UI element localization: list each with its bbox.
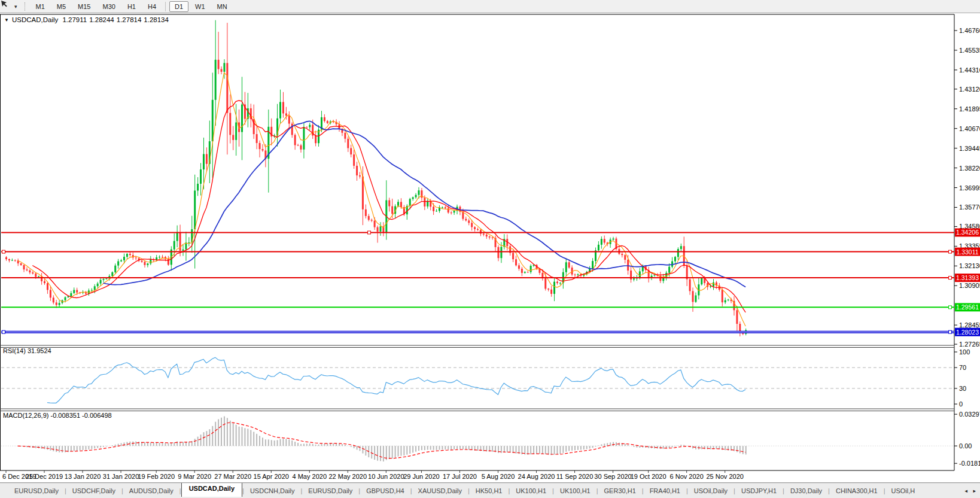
candle-body (103, 279, 105, 280)
symbol-tab-usoil-daily[interactable]: USOil,Daily (688, 485, 734, 497)
hline-1.31393[interactable] (1, 277, 954, 280)
candle-body (126, 254, 128, 257)
timeframe-m5[interactable]: M5 (51, 1, 71, 12)
symbol-tab-gbpusd-h4[interactable]: GBPUSD,H4 (360, 485, 410, 497)
price-tick-label: 1.36995 (959, 184, 980, 192)
symbol-tab-xauusd-daily[interactable]: XAUUSD,Daily (412, 485, 468, 497)
time-tick-label: 27 Mar 2020 (214, 473, 251, 480)
candle-body (568, 262, 570, 268)
hline-handle[interactable] (2, 250, 5, 253)
hline-handle[interactable] (949, 277, 952, 280)
timeframe-h4[interactable]: H4 (142, 1, 162, 12)
hline-1.34206[interactable] (1, 231, 954, 234)
symbol-tabbar: EURUSD,Daily|USDCHF,Daily|AUDUSD,Daily|U… (0, 482, 980, 498)
time-tick-label: 17 Jul 2020 (443, 473, 477, 480)
price-tick-label: 1.28455 (959, 321, 980, 329)
candle-body (518, 265, 520, 269)
symbol-tab-china300-h1[interactable]: CHINA300,H1 (830, 485, 884, 497)
candle-body (515, 259, 517, 265)
time-tick-label: 9 Mar 2020 (178, 473, 211, 480)
candle-body (454, 211, 455, 212)
tab-scroll-right-button[interactable]: ▸ (971, 487, 978, 494)
cursor-tool-icon[interactable] (2, 2, 13, 11)
symbol-tab-ger30-h1[interactable]: GER30,H1 (598, 485, 642, 497)
candle-body (176, 232, 178, 241)
time-axis: 6 Dec 201925 Dec 201913 Jan 202031 Jan 2… (2, 470, 744, 480)
candle-body (147, 263, 148, 265)
candle-body (521, 269, 523, 273)
candle-body (11, 260, 13, 261)
hline-1.33011[interactable] (1, 250, 954, 253)
ohlc-close: 1.28134 (144, 16, 169, 23)
chart-canvas: 1.467601.455351.443101.431201.418951.406… (0, 0, 980, 482)
candle-body (53, 297, 54, 302)
symbol-tab-uk100-h1[interactable]: UK100,H1 (510, 485, 552, 497)
candle-body (424, 198, 425, 206)
symbol-tab-usdcnh-daily[interactable]: USDCNH,Daily (244, 485, 301, 497)
candle-body (65, 297, 66, 300)
cursor-dropdown-caret[interactable]: ▾ (13, 4, 21, 10)
candle-body (200, 169, 202, 184)
candle-body (303, 127, 305, 150)
candle-body (279, 102, 281, 118)
hline-handle[interactable] (949, 330, 952, 333)
hline-1.29561[interactable] (1, 306, 954, 309)
rsi-tick-label: 0 (959, 400, 963, 408)
candle-body (97, 284, 99, 287)
time-tick-label: 22 May 2020 (328, 473, 367, 480)
symbol-tab-uk100-h1[interactable]: UK100,H1 (554, 485, 596, 497)
top-toolbar: ▾ M1M5M15M30H1H4D1W1MN (0, 0, 980, 13)
ohlc-low: 1.27814 (117, 16, 142, 23)
timeframe-d1[interactable]: D1 (169, 1, 188, 12)
candle-body (59, 303, 60, 305)
tabs-container: EURUSD,Daily|USDCHF,Daily|AUDUSD,Daily|U… (0, 483, 980, 498)
candle-body (168, 259, 169, 265)
timeframe-h1[interactable]: H1 (122, 1, 141, 12)
timeframe-m15[interactable]: M15 (72, 1, 96, 12)
rsi-tick-label: 70 (959, 364, 966, 371)
symbol-tab-audusd-daily[interactable]: AUDUSD,Daily (123, 485, 179, 497)
candle-body (105, 278, 107, 279)
price-tick-label: 1.35770 (959, 204, 980, 211)
symbol-tab-hk50-h1[interactable]: HK50,H1 (470, 485, 509, 497)
candle-body (388, 201, 390, 207)
timeframe-w1[interactable]: W1 (190, 1, 211, 12)
time-tick-label: 31 Jan 2020 (103, 473, 139, 480)
candle-body (117, 261, 119, 265)
candle-body (559, 283, 561, 284)
symbol-tab-usdjpy-h1[interactable]: USDJPY,H1 (735, 485, 783, 497)
candle-body (91, 290, 93, 290)
symbol-tab-eurusd-daily[interactable]: EURUSD,Daily (302, 485, 358, 497)
hline-handle[interactable] (368, 231, 371, 234)
candle-body (162, 257, 163, 257)
hline-handle[interactable] (949, 306, 952, 309)
hline-1.28023[interactable] (1, 330, 954, 333)
candle-body (722, 290, 723, 302)
time-tick-label: 6 Nov 2020 (670, 473, 704, 480)
symbol-tab-usoil-h[interactable]: USOil,H (885, 485, 921, 497)
rsi-label: RSI(14) 31.9524 (3, 347, 51, 354)
candle-body (14, 260, 16, 261)
hline-handle[interactable] (949, 250, 952, 253)
symbol-tab-fra40-h1[interactable]: FRA40,H1 (644, 485, 686, 497)
tab-scroll-left-button[interactable]: ◂ (963, 487, 969, 494)
price-tick-label: 1.41895 (959, 105, 980, 113)
collapse-arrow-icon[interactable]: ▼ (4, 17, 9, 23)
price-tick-label: 1.32130 (959, 262, 980, 269)
price-tick-label: 1.46760 (959, 27, 980, 34)
timeframe-mn[interactable]: MN (212, 1, 233, 12)
macd-tick-label: -0.018154 (959, 460, 980, 467)
candle-body (347, 139, 349, 148)
candle-body (412, 198, 414, 199)
candle-body (374, 221, 376, 227)
hline-handle[interactable] (2, 330, 5, 333)
symbol-tab-usdcad-daily[interactable]: USDCAD,Daily (181, 482, 242, 497)
candle-body (35, 274, 36, 277)
symbol-tab-eurusd-daily[interactable]: EURUSD,Daily (8, 485, 65, 497)
candle-body (324, 117, 325, 121)
timeframe-m30[interactable]: M30 (98, 1, 121, 12)
symbol-tab-usdchf-daily[interactable]: USDCHF,Daily (66, 485, 121, 497)
symbol-tab-dj30-daily[interactable]: DJ30,Daily (784, 485, 828, 497)
timeframe-m1[interactable]: M1 (31, 1, 50, 12)
candle-body (26, 269, 28, 270)
